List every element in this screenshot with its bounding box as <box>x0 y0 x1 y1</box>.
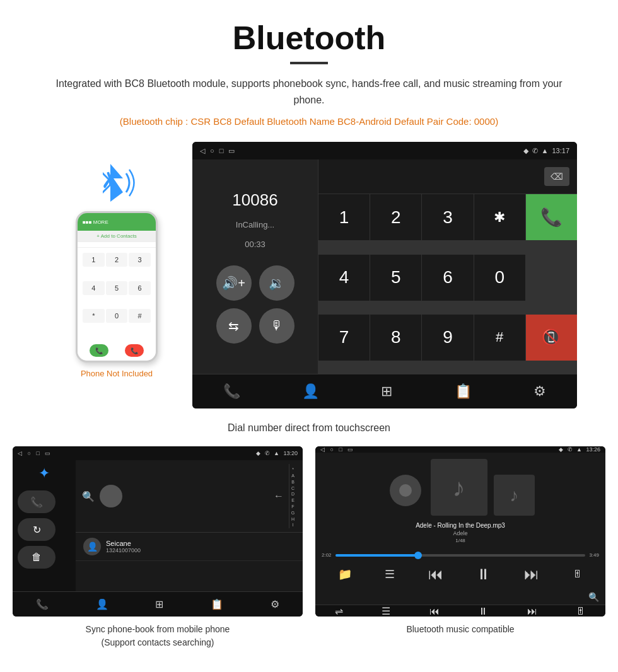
nav-settings-icon[interactable]: ⚙ <box>533 383 546 400</box>
keypad-hash[interactable]: # <box>474 315 525 361</box>
music-back-icon[interactable]: ◁ <box>320 446 325 453</box>
alpha-b: B <box>291 479 294 485</box>
contacts-main: 🔍 ← * A B C D E F <box>76 460 303 591</box>
equalizer-icon[interactable]: 🎚 <box>573 569 583 580</box>
contacts-wifi: ▲ <box>274 450 279 456</box>
contacts-call-icon: ✆ <box>265 450 270 456</box>
phone-call-button[interactable]: 📞 <box>90 344 108 357</box>
phone-key-7[interactable]: * <box>83 309 105 323</box>
search-input-area[interactable] <box>100 485 122 507</box>
sidebar-bluetooth-icon: ✦ <box>18 465 71 482</box>
back-arrow-icon[interactable]: ← <box>274 490 284 502</box>
keypad-end-button[interactable]: 📵 <box>526 315 577 361</box>
caption-dial: Dial number direct from touchscreen <box>228 422 390 434</box>
phone-key-6[interactable]: 6 <box>129 281 151 295</box>
alphabet-bar: * A B C D E F G H I <box>289 464 296 528</box>
caption-contacts: Sync phone-book from mobile phone(Suppor… <box>86 623 230 649</box>
contacts-back-icon[interactable]: ◁ <box>18 450 22 456</box>
search-icon[interactable]: 🔍 <box>82 490 95 502</box>
keypad-0[interactable]: 0 <box>474 255 525 301</box>
disc-inner-left <box>399 484 412 497</box>
music-search-icon[interactable]: 🔍 <box>588 592 599 602</box>
nav-contact-icon[interactable]: 👤 <box>302 383 319 400</box>
sidebar-refresh-icon[interactable]: ↻ <box>18 518 55 541</box>
music-wifi: ▲ <box>576 446 582 453</box>
prev-track-button[interactable]: ⏮ <box>428 565 443 583</box>
contacts-time: 13:20 <box>283 450 298 456</box>
alpha-g: G <box>291 510 294 516</box>
keypad-8[interactable]: 8 <box>370 315 421 361</box>
list-icon[interactable]: ☰ <box>385 567 395 581</box>
music-apps-icon[interactable]: □ <box>339 446 342 453</box>
music-status-right: ◆ ✆ ▲ 13:26 <box>559 446 600 453</box>
nav-phone-icon[interactable]: 📞 <box>223 383 240 400</box>
phone-key-2[interactable]: 2 <box>106 253 128 267</box>
phone-keypad: 1 2 3 4 5 6 * 0 # <box>78 248 156 340</box>
nav-grid-icon[interactable]: ⊞ <box>381 383 392 400</box>
transfer-button[interactable]: ⇆ <box>216 308 252 344</box>
notification-icon: ▭ <box>228 147 235 155</box>
music-nav-next[interactable]: ⏭ <box>527 606 537 617</box>
keypad-6[interactable]: 6 <box>422 255 473 301</box>
keypad-4[interactable]: 4 <box>318 255 370 301</box>
mic-button[interactable]: 🎙 <box>259 308 294 344</box>
android-dial-screen: ◁ ○ □ ▭ ◆ ✆ ▲ 13:17 10086 InCalling... <box>192 142 577 408</box>
phone-key-4[interactable]: 4 <box>83 281 105 295</box>
home-icon[interactable]: ○ <box>210 147 214 155</box>
phone-bottom-row: 📞 📞 <box>78 340 156 361</box>
music-nav-list2[interactable]: ☰ <box>382 605 390 617</box>
phone-key-1[interactable]: 1 <box>83 253 105 267</box>
contacts-nav-contact[interactable]: 👤 <box>96 598 108 610</box>
keypad-call-button[interactable]: 📞 <box>526 194 577 240</box>
keypad-5[interactable]: 5 <box>370 255 421 301</box>
keypad-star[interactable]: ✱ <box>474 194 525 240</box>
phone-end-button[interactable]: 📞 <box>125 344 144 357</box>
contact-number: 13241007000 <box>106 547 295 553</box>
keypad-1[interactable]: 1 <box>318 194 370 240</box>
contact-list-item[interactable]: 👤 Seicane 13241007000 <box>76 533 303 561</box>
phone-bar-text: ■■■ MORE <box>83 219 108 225</box>
contacts-nav-transfer[interactable]: 📋 <box>211 598 223 610</box>
keypad-2[interactable]: 2 <box>370 194 421 240</box>
contacts-nav-grid[interactable]: ⊞ <box>155 598 163 610</box>
contact-avatar: 👤 <box>83 538 101 555</box>
album-art-secondary: ♪ <box>494 475 535 516</box>
play-pause-button[interactable]: ⏸ <box>476 565 491 583</box>
phone-key-3[interactable]: 3 <box>129 253 151 267</box>
keypad-9[interactable]: 9 <box>422 315 473 361</box>
music-nav-play[interactable]: ⏸ <box>478 606 488 617</box>
dial-control-row-1: 🔊+ 🔉 <box>216 265 294 301</box>
sidebar-delete-icon[interactable]: 🗑 <box>18 546 55 569</box>
apps-icon[interactable]: □ <box>219 147 224 155</box>
contacts-apps-icon[interactable]: □ <box>36 450 39 456</box>
volume-down-button[interactable]: 🔉 <box>259 265 294 301</box>
nav-transfer-icon[interactable]: 📋 <box>455 383 472 400</box>
disc-circle-left <box>390 475 421 506</box>
keypad-3[interactable]: 3 <box>422 194 473 240</box>
top-section: ✗ ■■■ MORE + Add to Contacts <box>13 142 605 408</box>
phone-key-9[interactable]: # <box>129 309 151 323</box>
music-nav-eq[interactable]: 🎚 <box>576 606 586 617</box>
sidebar-phone-icon[interactable]: 📞 <box>18 490 55 513</box>
progress-track[interactable] <box>335 554 586 557</box>
keypad-7[interactable]: 7 <box>318 315 370 361</box>
folder-icon[interactable]: 📁 <box>338 567 352 581</box>
next-track-button[interactable]: ⏭ <box>524 565 539 583</box>
music-gps: ◆ <box>559 446 563 453</box>
backspace-button[interactable]: ⌫ <box>544 167 569 186</box>
time-total: 3:49 <box>589 552 599 558</box>
phone-key-8[interactable]: 0 <box>106 309 128 323</box>
contacts-home-icon[interactable]: ○ <box>28 450 31 456</box>
music-nav-shuffle[interactable]: ⇌ <box>335 605 343 617</box>
volume-up-button[interactable]: 🔊+ <box>216 265 252 301</box>
contacts-nav-phone[interactable]: 📞 <box>36 598 49 610</box>
music-nav-prev[interactable]: ⏮ <box>429 606 440 617</box>
contacts-nav-settings[interactable]: ⚙ <box>271 598 279 610</box>
phone-key-5[interactable]: 5 <box>106 281 128 295</box>
dial-timer: 00:33 <box>245 240 265 249</box>
music-status-bar: ◁ ○ □ ▭ ◆ ✆ ▲ 13:26 <box>315 446 605 453</box>
music-home-icon[interactable]: ○ <box>330 446 334 453</box>
wifi-icon: ▲ <box>542 147 549 154</box>
back-icon[interactable]: ◁ <box>200 147 205 155</box>
contact-info: Seicane 13241007000 <box>106 540 295 553</box>
